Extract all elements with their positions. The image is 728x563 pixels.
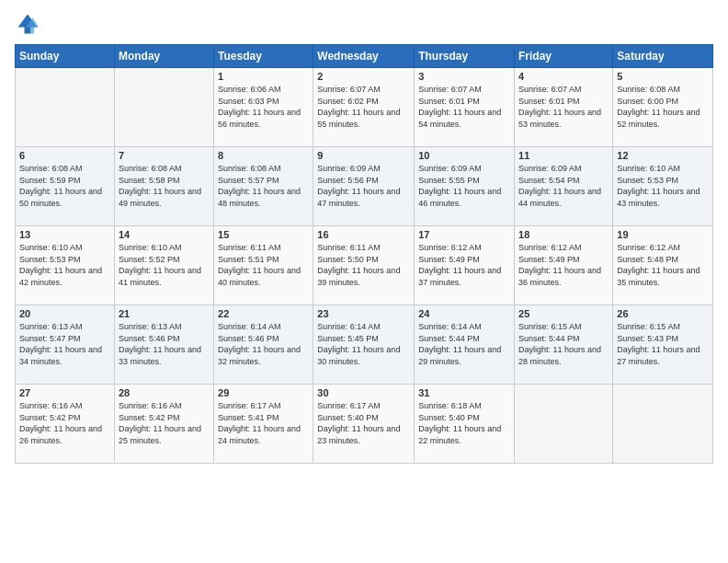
- calendar-cell: 10Sunrise: 6:09 AMSunset: 5:55 PMDayligh…: [415, 147, 515, 226]
- calendar-cell: 9Sunrise: 6:09 AMSunset: 5:56 PMDaylight…: [313, 147, 415, 226]
- day-info: Sunrise: 6:12 AMSunset: 5:49 PMDaylight:…: [518, 242, 609, 288]
- day-number: 15: [218, 229, 309, 240]
- logo: [15, 11, 44, 37]
- day-info: Sunrise: 6:14 AMSunset: 5:46 PMDaylight:…: [218, 321, 309, 367]
- week-row-3: 13Sunrise: 6:10 AMSunset: 5:53 PMDayligh…: [16, 226, 713, 305]
- calendar-cell: 31Sunrise: 6:18 AMSunset: 5:40 PMDayligh…: [415, 385, 515, 464]
- day-info: Sunrise: 6:15 AMSunset: 5:43 PMDaylight:…: [617, 321, 709, 367]
- page: SundayMondayTuesdayWednesdayThursdayFrid…: [0, 0, 728, 563]
- week-row-5: 27Sunrise: 6:16 AMSunset: 5:42 PMDayligh…: [16, 385, 713, 464]
- calendar-cell: 17Sunrise: 6:12 AMSunset: 5:49 PMDayligh…: [415, 226, 515, 305]
- calendar-cell: [515, 385, 613, 464]
- weekday-header-thursday: Thursday: [415, 45, 515, 68]
- calendar-cell: 28Sunrise: 6:16 AMSunset: 5:42 PMDayligh…: [114, 385, 213, 464]
- calendar-cell: 22Sunrise: 6:14 AMSunset: 5:46 PMDayligh…: [214, 305, 313, 385]
- weekday-header-tuesday: Tuesday: [214, 45, 313, 68]
- day-info: Sunrise: 6:18 AMSunset: 5:40 PMDaylight:…: [418, 400, 510, 446]
- day-number: 23: [317, 308, 410, 319]
- day-info: Sunrise: 6:16 AMSunset: 5:42 PMDaylight:…: [19, 400, 110, 446]
- calendar-cell: 27Sunrise: 6:16 AMSunset: 5:42 PMDayligh…: [16, 385, 115, 464]
- calendar-cell: 2Sunrise: 6:07 AMSunset: 6:02 PMDaylight…: [313, 68, 415, 147]
- calendar-cell: 18Sunrise: 6:12 AMSunset: 5:49 PMDayligh…: [515, 226, 613, 305]
- day-number: 31: [418, 387, 510, 398]
- weekday-header-friday: Friday: [515, 45, 613, 68]
- day-info: Sunrise: 6:08 AMSunset: 5:57 PMDaylight:…: [218, 163, 309, 209]
- header: [15, 11, 713, 37]
- day-info: Sunrise: 6:09 AMSunset: 5:55 PMDaylight:…: [418, 163, 510, 209]
- calendar-cell: 20Sunrise: 6:13 AMSunset: 5:47 PMDayligh…: [16, 305, 115, 385]
- calendar-cell: 4Sunrise: 6:07 AMSunset: 6:01 PMDaylight…: [515, 68, 613, 147]
- day-number: 11: [518, 150, 609, 161]
- calendar-cell: 23Sunrise: 6:14 AMSunset: 5:45 PMDayligh…: [313, 305, 415, 385]
- day-info: Sunrise: 6:14 AMSunset: 5:44 PMDaylight:…: [418, 321, 510, 367]
- day-info: Sunrise: 6:10 AMSunset: 5:52 PMDaylight:…: [119, 242, 210, 288]
- day-number: 25: [518, 308, 609, 319]
- day-number: 20: [19, 308, 110, 319]
- calendar-cell: 7Sunrise: 6:08 AMSunset: 5:58 PMDaylight…: [114, 147, 213, 226]
- day-number: 5: [617, 71, 709, 82]
- day-number: 17: [418, 229, 510, 240]
- calendar-cell: 25Sunrise: 6:15 AMSunset: 5:44 PMDayligh…: [515, 305, 613, 385]
- calendar-cell: 30Sunrise: 6:17 AMSunset: 5:40 PMDayligh…: [313, 385, 415, 464]
- week-row-2: 6Sunrise: 6:08 AMSunset: 5:59 PMDaylight…: [16, 147, 713, 226]
- calendar-cell: 29Sunrise: 6:17 AMSunset: 5:41 PMDayligh…: [214, 385, 313, 464]
- calendar-cell: 16Sunrise: 6:11 AMSunset: 5:50 PMDayligh…: [313, 226, 415, 305]
- calendar-cell: 8Sunrise: 6:08 AMSunset: 5:57 PMDaylight…: [214, 147, 313, 226]
- day-number: 26: [617, 308, 709, 319]
- day-number: 2: [317, 71, 410, 82]
- day-info: Sunrise: 6:09 AMSunset: 5:54 PMDaylight:…: [518, 163, 609, 209]
- day-number: 12: [617, 150, 709, 161]
- day-number: 24: [418, 308, 510, 319]
- calendar: SundayMondayTuesdayWednesdayThursdayFrid…: [15, 44, 713, 464]
- day-info: Sunrise: 6:08 AMSunset: 5:58 PMDaylight:…: [119, 163, 210, 209]
- day-info: Sunrise: 6:11 AMSunset: 5:50 PMDaylight:…: [317, 242, 410, 288]
- day-number: 4: [518, 71, 609, 82]
- day-info: Sunrise: 6:10 AMSunset: 5:53 PMDaylight:…: [19, 242, 110, 288]
- weekday-header-saturday: Saturday: [613, 45, 713, 68]
- calendar-cell: 11Sunrise: 6:09 AMSunset: 5:54 PMDayligh…: [515, 147, 613, 226]
- day-number: 19: [617, 229, 709, 240]
- calendar-cell: [613, 385, 713, 464]
- calendar-cell: 1Sunrise: 6:06 AMSunset: 6:03 PMDaylight…: [214, 68, 313, 147]
- calendar-cell: 21Sunrise: 6:13 AMSunset: 5:46 PMDayligh…: [114, 305, 213, 385]
- day-number: 7: [119, 150, 210, 161]
- day-info: Sunrise: 6:17 AMSunset: 5:41 PMDaylight:…: [218, 400, 309, 446]
- calendar-cell: 3Sunrise: 6:07 AMSunset: 6:01 PMDaylight…: [415, 68, 515, 147]
- calendar-cell: 24Sunrise: 6:14 AMSunset: 5:44 PMDayligh…: [415, 305, 515, 385]
- weekday-header-row: SundayMondayTuesdayWednesdayThursdayFrid…: [16, 45, 713, 68]
- day-info: Sunrise: 6:08 AMSunset: 6:00 PMDaylight:…: [617, 84, 709, 130]
- calendar-cell: 12Sunrise: 6:10 AMSunset: 5:53 PMDayligh…: [613, 147, 713, 226]
- calendar-cell: 19Sunrise: 6:12 AMSunset: 5:48 PMDayligh…: [613, 226, 713, 305]
- day-info: Sunrise: 6:07 AMSunset: 6:01 PMDaylight:…: [418, 84, 510, 130]
- day-number: 1: [218, 71, 309, 82]
- day-info: Sunrise: 6:15 AMSunset: 5:44 PMDaylight:…: [518, 321, 609, 367]
- calendar-cell: [114, 68, 213, 147]
- day-number: 8: [218, 150, 309, 161]
- day-number: 13: [19, 229, 110, 240]
- day-info: Sunrise: 6:17 AMSunset: 5:40 PMDaylight:…: [317, 400, 410, 446]
- day-info: Sunrise: 6:07 AMSunset: 6:01 PMDaylight:…: [518, 84, 609, 130]
- day-info: Sunrise: 6:12 AMSunset: 5:48 PMDaylight:…: [617, 242, 709, 288]
- day-info: Sunrise: 6:09 AMSunset: 5:56 PMDaylight:…: [317, 163, 410, 209]
- calendar-cell: 14Sunrise: 6:10 AMSunset: 5:52 PMDayligh…: [114, 226, 213, 305]
- day-number: 6: [19, 150, 110, 161]
- day-number: 30: [317, 387, 410, 398]
- day-info: Sunrise: 6:06 AMSunset: 6:03 PMDaylight:…: [218, 84, 309, 130]
- day-info: Sunrise: 6:16 AMSunset: 5:42 PMDaylight:…: [119, 400, 210, 446]
- day-info: Sunrise: 6:12 AMSunset: 5:49 PMDaylight:…: [418, 242, 510, 288]
- day-number: 27: [19, 387, 110, 398]
- day-number: 18: [518, 229, 609, 240]
- day-number: 10: [418, 150, 510, 161]
- week-row-1: 1Sunrise: 6:06 AMSunset: 6:03 PMDaylight…: [16, 68, 713, 147]
- day-number: 3: [418, 71, 510, 82]
- calendar-cell: 6Sunrise: 6:08 AMSunset: 5:59 PMDaylight…: [16, 147, 115, 226]
- week-row-4: 20Sunrise: 6:13 AMSunset: 5:47 PMDayligh…: [16, 305, 713, 385]
- calendar-cell: 5Sunrise: 6:08 AMSunset: 6:00 PMDaylight…: [613, 68, 713, 147]
- day-info: Sunrise: 6:10 AMSunset: 5:53 PMDaylight:…: [617, 163, 709, 209]
- calendar-cell: 13Sunrise: 6:10 AMSunset: 5:53 PMDayligh…: [16, 226, 115, 305]
- day-number: 29: [218, 387, 309, 398]
- day-info: Sunrise: 6:13 AMSunset: 5:46 PMDaylight:…: [119, 321, 210, 367]
- day-info: Sunrise: 6:08 AMSunset: 5:59 PMDaylight:…: [19, 163, 110, 209]
- calendar-cell: 26Sunrise: 6:15 AMSunset: 5:43 PMDayligh…: [613, 305, 713, 385]
- day-info: Sunrise: 6:13 AMSunset: 5:47 PMDaylight:…: [19, 321, 110, 367]
